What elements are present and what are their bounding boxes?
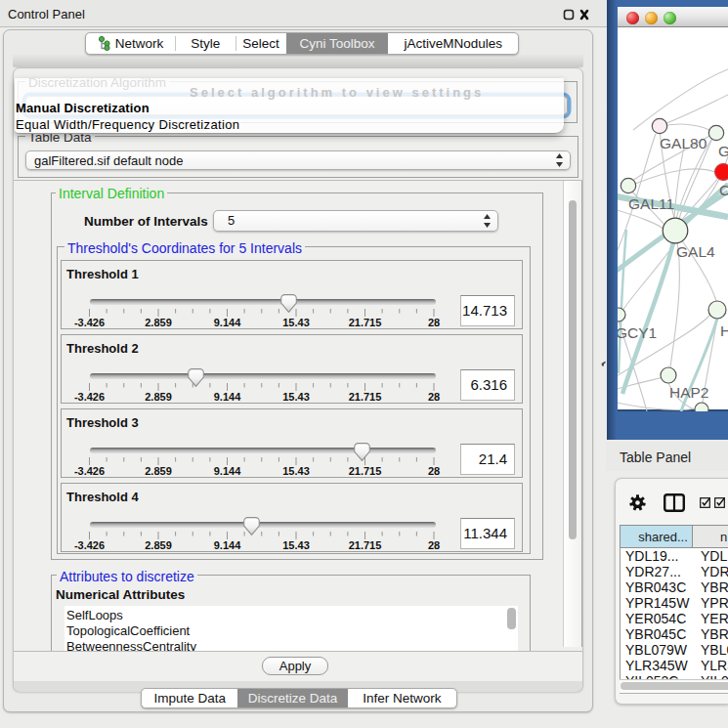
svg-text:GAL80: GAL80 <box>660 135 707 151</box>
svg-text:GCY1: GCY1 <box>618 324 657 341</box>
svg-text:HAP2: HAP2 <box>669 384 709 401</box>
svg-text:GAL4: GAL4 <box>676 243 715 260</box>
svg-text:GAL11: GAL11 <box>628 195 674 212</box>
svg-text:C: C <box>719 182 728 198</box>
svg-text:H: H <box>720 322 728 339</box>
svg-text:G: G <box>718 143 728 159</box>
